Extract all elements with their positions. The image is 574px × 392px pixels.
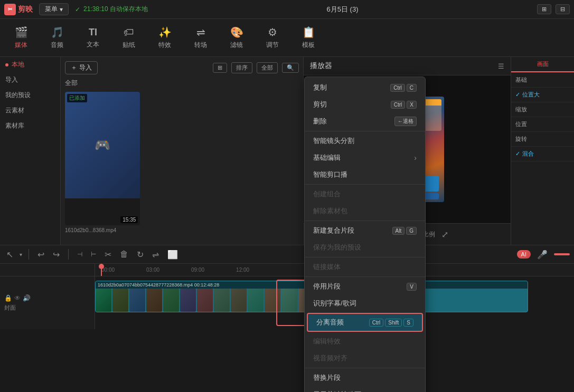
sidebar-item-import[interactable]: 导入 — [0, 72, 60, 88]
split-button[interactable]: ✂ — [102, 248, 114, 261]
props-position-scale[interactable]: ✓ 位置大 — [511, 88, 574, 102]
tab-transition[interactable]: ⇌ 转场 — [184, 21, 218, 55]
clip-thumb-6 — [180, 289, 196, 312]
ctx-basic-edit[interactable]: 基础编辑 › — [305, 149, 425, 166]
track-lock-button[interactable]: 🔒 — [4, 294, 12, 302]
top-bar: ✂ 剪映 菜单 ▾ ✓ 21:38:10 自动保存本地 6月5日 (3) ⊞ ⊟ — [0, 0, 574, 19]
tab-filter[interactable]: 🎨 滤镜 — [220, 21, 253, 55]
all-label: 全部 — [261, 64, 273, 71]
tab-sticker-label: 贴纸 — [123, 41, 135, 50]
position-scale-label: 位置大 — [522, 91, 540, 99]
props-zoom[interactable]: 缩放 — [511, 102, 574, 117]
ctx-delete[interactable]: 删除 ←退格 — [305, 113, 425, 130]
tab-template[interactable]: 📋 模板 — [291, 21, 325, 55]
sidebar-item-library[interactable]: 素材库 — [0, 118, 60, 133]
media-thumbnail[interactable]: 🎮 已添加 15:35 — [65, 92, 140, 225]
tab-sticker[interactable]: 🏷 贴纸 — [112, 21, 146, 55]
ctx-detach-audio-label: 分离音频 — [316, 318, 344, 327]
category-label: 全部 — [65, 79, 299, 88]
clip-thumb-7 — [197, 289, 213, 312]
ctx-show-keyframe[interactable]: 显示关键帧动画 — [305, 386, 425, 392]
ctx-divider-5 — [305, 276, 425, 277]
select-tool-button[interactable]: ↖ — [4, 248, 15, 261]
sidebar-item-local[interactable]: 本地 — [0, 57, 60, 72]
track-icons: 🔒 👁 🔊 — [4, 294, 31, 302]
player-menu-icon[interactable]: ☰ — [498, 62, 504, 70]
audio-icon: 🎵 — [51, 26, 64, 39]
tab-adjust[interactable]: ⚙ 调节 — [256, 21, 289, 55]
clip-thumb-10 — [248, 289, 264, 312]
grid-view-button[interactable]: ⊞ — [537, 4, 551, 14]
sidebar-import-label: 导入 — [5, 75, 18, 84]
left-sidebar: 本地 导入 我的预设 云素材 素材库 — [0, 57, 61, 245]
props-blend[interactable]: ✓ 混合 — [511, 147, 574, 161]
project-title-text: 6月5日 (3) — [327, 5, 359, 13]
clip-thumb-5 — [163, 289, 179, 312]
undo-button[interactable]: ↩ — [35, 248, 46, 261]
ctx-detach-shortcut: Ctrl Shift S — [369, 319, 413, 327]
ctx-disable-clip[interactable]: 停用片段 V — [305, 278, 425, 295]
sort-button[interactable]: 排序 — [231, 62, 252, 73]
ctx-save-preset: 保存为我的预设 — [305, 239, 425, 256]
ctx-copy[interactable]: 复制 Ctrl C — [305, 79, 425, 96]
track-audio-button[interactable]: 🔊 — [23, 294, 31, 302]
ctx-smart-split[interactable]: 智能镜头分割 — [305, 132, 425, 149]
mic-button[interactable]: 🎤 — [535, 248, 550, 261]
crop-button[interactable]: ⬜ — [165, 248, 180, 261]
ctx-divider-4 — [305, 257, 425, 257]
sidebar-item-presets[interactable]: 我的预设 — [0, 88, 60, 103]
ctx-replace-clip[interactable]: 替换片段 — [305, 369, 425, 386]
ctx-cut-label: 剪切 — [313, 100, 327, 109]
playhead-marker — [99, 264, 104, 269]
ctx-smart-clip[interactable]: 智能剪口播 — [305, 166, 425, 183]
import-button[interactable]: ＋ 导入 — [65, 61, 98, 74]
ctx-delete-shortcut: ←退格 — [394, 117, 417, 126]
plus-icon: ＋ — [71, 63, 77, 72]
search-button[interactable]: 🔍 — [282, 63, 299, 73]
ctx-divider-1 — [305, 131, 425, 131]
tab-audio[interactable]: 🎵 音频 — [40, 21, 74, 55]
grid-toggle-button[interactable]: ⊞ — [213, 63, 227, 73]
tab-media[interactable]: 🎬 媒体 — [4, 21, 38, 55]
menu-button[interactable]: 菜单 ▾ — [39, 3, 69, 15]
c-key: C — [407, 84, 417, 92]
playhead[interactable] — [101, 264, 102, 276]
props-basic[interactable]: 基础 — [511, 73, 574, 88]
redo-button[interactable]: ↪ — [51, 248, 62, 261]
sidebar-presets-label: 我的预设 — [5, 91, 31, 100]
toolbar-divider-2 — [68, 249, 69, 260]
split-view-button[interactable]: ⊟ — [556, 4, 570, 14]
ctx-save-preset-label: 保存为我的预设 — [313, 243, 361, 252]
ctrl-key-detach: Ctrl — [369, 319, 384, 327]
sidebar-item-cloud[interactable]: 云素材 — [0, 103, 60, 118]
ctx-identify-subtitle[interactable]: 识别字幕/歌词 — [305, 295, 425, 312]
mirror-button[interactable]: ⇌ — [150, 248, 161, 261]
media-toolbar: ＋ 导入 ⊞ 排序 全部 🔍 — [65, 61, 299, 74]
properties-panel: 画面 基础 ✓ 位置大 缩放 位置 旋转 ✓ 混合 — [511, 57, 574, 245]
ctx-av-align: 视音频对齐 — [305, 350, 425, 367]
top-right-controls: ⊞ ⊟ — [537, 4, 570, 14]
all-filter-button[interactable]: 全部 — [257, 62, 278, 73]
trim-start-button[interactable]: ⊣ — [75, 250, 84, 259]
tab-text[interactable]: TI 文本 — [76, 21, 110, 55]
props-position[interactable]: 位置 — [511, 117, 574, 132]
track-visible-button[interactable]: 👁 — [14, 294, 21, 302]
tab-adjust-label: 调节 — [266, 41, 279, 50]
ctx-detach-audio[interactable]: 分离音频 Ctrl Shift S — [307, 313, 423, 332]
trim-end-button[interactable]: ⊢ — [89, 250, 98, 259]
tab-canvas[interactable]: 画面 — [511, 57, 574, 72]
fullscreen-button[interactable]: ⤢ — [441, 230, 448, 240]
ctx-copy-shortcut: Ctrl C — [390, 84, 417, 92]
loop-button[interactable]: ↻ — [135, 248, 146, 261]
zoom-label: 缩放 — [515, 106, 527, 112]
ctx-disable-shortcut: V — [407, 283, 417, 291]
tab-effects[interactable]: ✨ 特效 — [148, 21, 182, 55]
ctx-cut[interactable]: 剪切 Ctrl X — [305, 96, 425, 113]
delete-button[interactable]: 🗑 — [118, 248, 130, 260]
duration-badge: 15:35 — [120, 216, 138, 223]
props-rotate[interactable]: 旋转 — [511, 132, 574, 147]
ai-button[interactable]: AI — [517, 250, 531, 259]
media-panel: ＋ 导入 ⊞ 排序 全部 🔍 全部 🎮 — [61, 57, 304, 245]
ctx-new-compound[interactable]: 新建复合片段 Alt G — [305, 222, 425, 239]
media-grid: 🎮 已添加 15:35 1610d2b0...8368.mp4 — [65, 92, 299, 233]
